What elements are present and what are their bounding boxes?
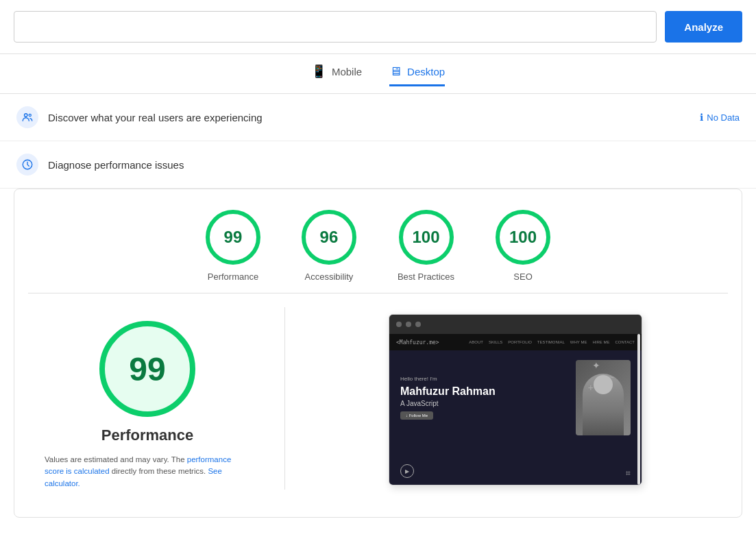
big-score-value: 99: [129, 350, 165, 388]
browser-mock: <Mahfuzur.me> ABOUT SKILLS PORTFOLIO TES…: [389, 314, 642, 485]
site-nav: <Mahfuzur.me> ABOUT SKILLS PORTFOLIO TES…: [389, 334, 642, 350]
score-value-best-practices: 100: [412, 228, 439, 247]
tab-mobile[interactable]: 📱 Mobile: [311, 64, 362, 86]
score-circles-row: 99 Performance 96 Accessibility 100 Best…: [28, 210, 728, 282]
score-value-seo: 100: [509, 228, 537, 247]
nav-contact: CONTACT: [615, 340, 635, 344]
doodle-1: ✦: [592, 360, 600, 371]
score-label-performance: Performance: [208, 272, 258, 282]
score-circle-performance: 99: [206, 210, 260, 265]
nav-hireme: HIRE ME: [592, 340, 609, 344]
tab-bar: 📱 Mobile 🖥 Desktop: [0, 54, 756, 94]
play-button: ▶: [400, 464, 414, 478]
hero-greeting: Hello there! I'm: [400, 376, 496, 382]
users-icon: [21, 111, 34, 123]
hero-name: Mahfuzur Rahman: [400, 385, 496, 398]
hero-cta-btn: ↓ Follow Me: [400, 411, 433, 420]
tab-mobile-label: Mobile: [332, 66, 362, 77]
score-item-accessibility: 96 Accessibility: [302, 210, 356, 282]
nav-whyme: WHY ME: [570, 340, 587, 344]
estimate-part2: directly from these metrics.: [110, 467, 208, 475]
big-score-title: Performance: [101, 426, 194, 444]
url-bar-container: https://www.mahfuzur.me/ Analyze: [0, 0, 756, 54]
tab-desktop[interactable]: 🖥 Desktop: [389, 64, 445, 86]
estimate-text: Values are estimated and may vary. The p…: [45, 454, 250, 490]
score-circle-best-practices: 100: [399, 210, 454, 265]
score-item-best-practices: 100 Best Practices: [398, 210, 454, 282]
crux-icon-circle: [16, 106, 38, 128]
gauge-icon: [21, 158, 34, 171]
lower-section: 99 Performance Values are estimated and …: [28, 293, 728, 503]
score-value-accessibility: 96: [320, 228, 339, 247]
diagnose-section-row: Diagnose performance issues: [0, 141, 756, 189]
tab-desktop-label: Desktop: [407, 66, 445, 77]
browser-content: <Mahfuzur.me> ABOUT SKILLS PORTFOLIO TES…: [389, 334, 642, 485]
nav-skills: SKILLS: [489, 340, 502, 344]
hero-sub: A JavaScript: [400, 400, 496, 407]
svg-point-1: [29, 114, 31, 116]
score-circle-seo: 100: [496, 210, 550, 265]
browser-dot-1: [396, 322, 402, 327]
scroll-indicator: ⌗: [626, 468, 631, 478]
site-nav-links: ABOUT SKILLS PORTFOLIO TESTIMONIAL WHY M…: [469, 340, 635, 344]
estimate-part1: Values are estimated and may vary. The: [45, 455, 187, 464]
doodle-3: +: [588, 382, 594, 393]
left-panel: 99 Performance Values are estimated and …: [45, 307, 250, 490]
score-label-seo: SEO: [513, 272, 532, 282]
preview-panel: <Mahfuzur.me> ABOUT SKILLS PORTFOLIO TES…: [319, 307, 711, 485]
score-label-accessibility: Accessibility: [305, 272, 354, 282]
svg-point-0: [25, 114, 28, 117]
hero-text: Hello there! I'm Mahfuzur Rahman A JavaS…: [400, 376, 496, 419]
browser-chrome-bar: [389, 315, 642, 334]
score-label-best-practices: Best Practices: [398, 272, 454, 282]
hero-image: [576, 360, 631, 435]
info-icon: ℹ: [700, 112, 703, 123]
crux-section: Discover what your real users are experi…: [0, 94, 756, 141]
analyze-button[interactable]: Analyze: [665, 11, 742, 43]
crux-title: Discover what your real users are experi…: [48, 112, 690, 123]
score-item-seo: 100 SEO: [496, 210, 550, 282]
scrollbar-hint[interactable]: [637, 334, 640, 485]
mobile-icon: 📱: [311, 64, 326, 79]
vertical-divider: [284, 307, 285, 490]
no-data-badge: ℹ No Data: [700, 112, 740, 123]
url-input[interactable]: https://www.mahfuzur.me/: [14, 11, 657, 43]
browser-dot-2: [406, 322, 411, 327]
diagnose-title: Diagnose performance issues: [48, 159, 740, 171]
nav-testimonial: TESTIMONIAL: [537, 340, 565, 344]
browser-dot-3: [415, 322, 421, 327]
site-logo: <Mahfuzur.me>: [396, 339, 439, 346]
no-data-label: No Data: [707, 112, 740, 123]
score-circle-accessibility: 96: [302, 210, 356, 265]
big-score-circle: 99: [99, 321, 195, 417]
score-card: 99 Performance 96 Accessibility 100 Best…: [14, 189, 742, 518]
site-hero: Hello there! I'm Mahfuzur Rahman A JavaS…: [389, 350, 642, 445]
diagnose-icon-circle: [16, 154, 38, 176]
nav-portfolio: PORTFOLIO: [508, 340, 532, 344]
score-value-performance: 99: [224, 228, 243, 247]
nav-about: ABOUT: [469, 340, 483, 344]
score-item-performance: 99 Performance: [206, 210, 260, 282]
desktop-icon: 🖥: [389, 64, 402, 79]
